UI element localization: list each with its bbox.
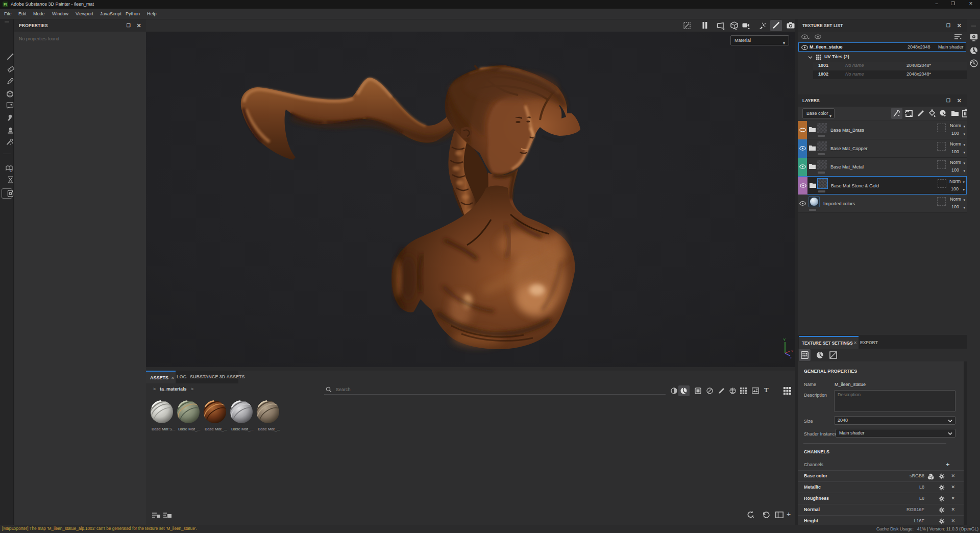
svg-text:X: X bbox=[791, 350, 793, 353]
svg-text:1: 1 bbox=[10, 168, 12, 173]
svg-text:Y: Y bbox=[783, 337, 786, 342]
svg-text:z: z bbox=[790, 356, 792, 359]
